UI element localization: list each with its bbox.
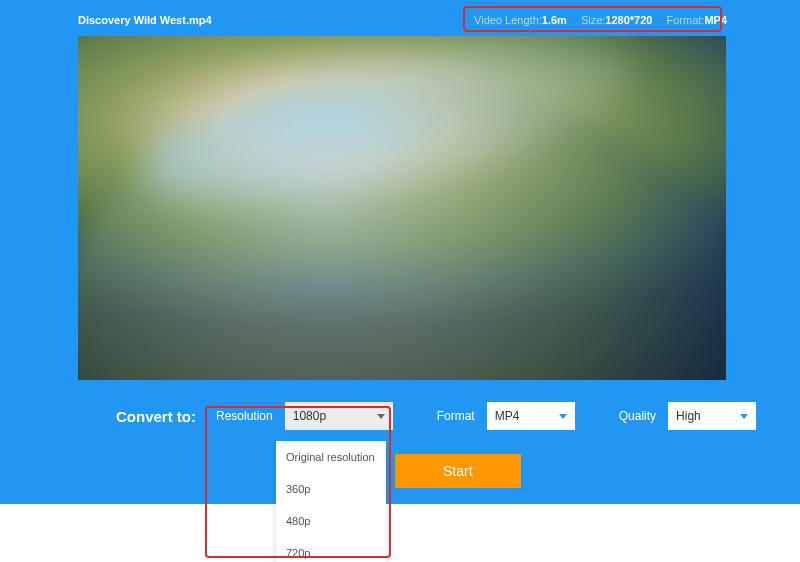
footer-area [0, 504, 800, 562]
video-length: Video Length:1.6m [474, 14, 567, 26]
resolution-selected: 1080p [293, 409, 326, 423]
video-metadata: Video Length:1.6m Size:1280*720 Format:M… [474, 14, 727, 26]
resolution-label: Resolution [216, 409, 273, 423]
convert-controls: Convert to: Resolution 1080p Format MP4 … [18, 380, 782, 430]
video-size: Size:1280*720 [581, 14, 653, 26]
format-select[interactable]: MP4 [487, 402, 575, 430]
resolution-select[interactable]: 1080p [285, 402, 393, 430]
chevron-down-icon [377, 414, 385, 419]
resolution-option-360p[interactable]: 360p [276, 473, 386, 505]
main-panel: Discovery Wild West.mp4 Video Length:1.6… [0, 0, 800, 530]
video-preview[interactable] [78, 36, 726, 380]
resolution-dropdown: Original resolution 360p 480p 720p 1080p [276, 441, 386, 562]
video-format: Format:MP4 [666, 14, 727, 26]
resolution-option-480p[interactable]: 480p [276, 505, 386, 537]
quality-select[interactable]: High [668, 402, 756, 430]
resolution-option-720p[interactable]: 720p [276, 537, 386, 562]
header-bar: Discovery Wild West.mp4 Video Length:1.6… [18, 12, 782, 36]
convert-to-label: Convert to: [116, 408, 196, 425]
resolution-option-original[interactable]: Original resolution [276, 441, 386, 473]
quality-label: Quality [619, 409, 656, 423]
chevron-down-icon [559, 414, 567, 419]
chevron-down-icon [740, 414, 748, 419]
format-label: Format [437, 409, 475, 423]
quality-selected: High [676, 409, 701, 423]
format-selected: MP4 [495, 409, 520, 423]
video-filename: Discovery Wild West.mp4 [78, 14, 212, 26]
start-button[interactable]: Start [395, 454, 521, 488]
